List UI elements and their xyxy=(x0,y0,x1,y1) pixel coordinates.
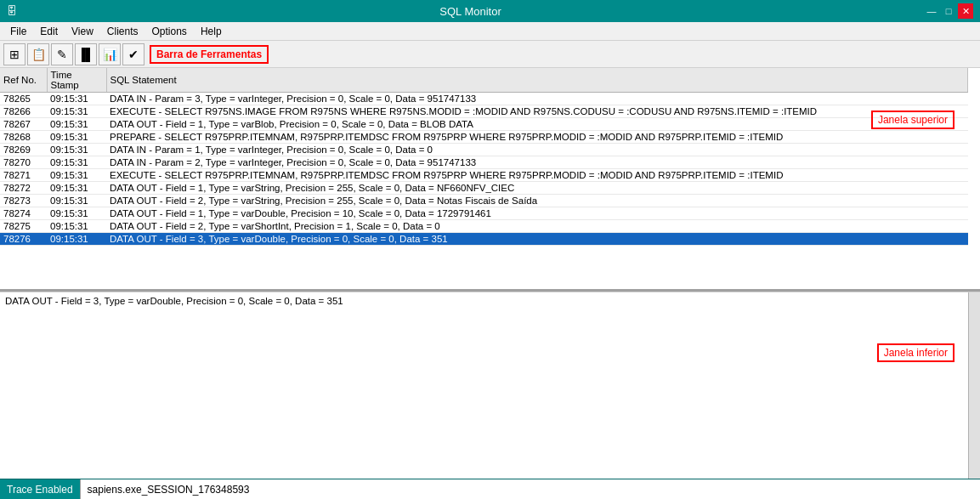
table-row[interactable]: 7827209:15:31DATA OUT - Field = 1, Type … xyxy=(0,182,968,195)
app-icon-area: 🗄 xyxy=(7,5,17,17)
menu-options[interactable]: Options xyxy=(145,24,194,39)
cell-refno: 78267 xyxy=(0,118,47,131)
statusbar: Trace Enabled sapiens.exe_SESSION_176348… xyxy=(0,479,980,499)
titlebar: 🗄 SQL Monitor — □ ✕ xyxy=(0,0,980,22)
cell-refno: 78269 xyxy=(0,144,47,156)
lower-pane-label: Janela inferior xyxy=(877,343,955,362)
cell-timestamp: 09:15:31 xyxy=(47,233,106,246)
cell-timestamp: 09:15:31 xyxy=(47,169,106,182)
cell-timestamp: 09:15:31 xyxy=(47,131,106,144)
menu-file[interactable]: File xyxy=(3,24,33,39)
cell-sql: DATA IN - Param = 3, Type = varInteger, … xyxy=(106,93,968,105)
col-refno: Ref No. xyxy=(0,68,47,93)
cell-refno: 78266 xyxy=(0,105,47,118)
maximize-button[interactable]: □ xyxy=(941,3,956,19)
main-area: Ref No. Time Stamp SQL Statement 7826509… xyxy=(0,68,980,479)
cell-refno: 78276 xyxy=(0,233,47,246)
lower-pane: DATA OUT - Field = 3, Type = varDouble, … xyxy=(0,292,980,479)
table-row[interactable]: 7827009:15:31DATA IN - Param = 2, Type =… xyxy=(0,156,968,169)
app-icon: 🗄 xyxy=(7,5,17,17)
menu-help[interactable]: Help xyxy=(194,24,229,39)
toolbar-btn-1[interactable]: ⊞ xyxy=(3,43,25,65)
menubar: File Edit View Clients Options Help xyxy=(0,22,980,41)
cell-refno: 78275 xyxy=(0,220,47,233)
cell-timestamp: 09:15:31 xyxy=(47,182,106,195)
toolbar-btn-3[interactable]: ✎ xyxy=(51,43,73,65)
toolbar: ⊞ 📋 ✎ ▐▌ 📊 ✔ Barra de Ferramentas xyxy=(0,41,980,68)
cell-sql: EXECUTE - SELECT R975NS.IMAGE FROM R975N… xyxy=(106,105,968,118)
cell-timestamp: 09:15:31 xyxy=(47,105,106,118)
menu-clients[interactable]: Clients xyxy=(100,24,145,39)
table-row[interactable]: 7827309:15:31DATA OUT - Field = 2, Type … xyxy=(0,195,968,207)
status-session: sapiens.exe_SESSION_176348593 xyxy=(80,479,980,499)
window-controls: — □ ✕ xyxy=(924,3,973,19)
cell-sql: DATA IN - Param = 1, Type = varInteger, … xyxy=(106,144,968,156)
upper-pane[interactable]: Ref No. Time Stamp SQL Statement 7826509… xyxy=(0,68,980,292)
cell-timestamp: 09:15:31 xyxy=(47,195,106,207)
table-row[interactable]: 7826909:15:31DATA IN - Param = 1, Type =… xyxy=(0,144,968,156)
cell-refno: 78271 xyxy=(0,169,47,182)
table-row[interactable]: 7827509:15:31DATA OUT - Field = 2, Type … xyxy=(0,220,968,233)
table-row[interactable]: 7826809:15:31PREPARE - SELECT R975PRP.IT… xyxy=(0,131,968,144)
toolbar-btn-2[interactable]: 📋 xyxy=(27,43,49,65)
window-title: SQL Monitor xyxy=(17,5,924,18)
cell-refno: 78265 xyxy=(0,93,47,105)
toolbar-btn-6[interactable]: ✔ xyxy=(122,43,144,65)
trace-table: Ref No. Time Stamp SQL Statement 7826509… xyxy=(0,68,968,246)
upper-pane-label: Janela superior xyxy=(871,111,955,129)
cell-sql: DATA OUT - Field = 1, Type = varBlob, Pr… xyxy=(106,118,968,131)
cell-sql: EXECUTE - SELECT R975PRP.ITEMNAM, R975PR… xyxy=(106,169,968,182)
cell-sql: DATA OUT - Field = 3, Type = varDouble, … xyxy=(106,233,968,246)
toolbar-btn-4[interactable]: ▐▌ xyxy=(75,43,97,65)
menu-view[interactable]: View xyxy=(65,24,100,39)
cell-sql: DATA OUT - Field = 1, Type = varString, … xyxy=(106,182,968,195)
cell-sql: DATA OUT - Field = 2, Type = varString, … xyxy=(106,195,968,207)
toolbar-btn-5[interactable]: 📊 xyxy=(99,43,121,65)
cell-refno: 78274 xyxy=(0,207,47,220)
table-row[interactable]: 7827409:15:31DATA OUT - Field = 1, Type … xyxy=(0,207,968,220)
table-row[interactable]: 7826709:15:31DATA OUT - Field = 1, Type … xyxy=(0,118,968,131)
cell-refno: 78270 xyxy=(0,156,47,169)
cell-timestamp: 09:15:31 xyxy=(47,220,106,233)
cell-sql: PREPARE - SELECT R975PRP.ITEMNAM, R975PR… xyxy=(106,131,968,144)
cell-refno: 78272 xyxy=(0,182,47,195)
cell-sql: DATA OUT - Field = 2, Type = varShortInt… xyxy=(106,220,968,233)
col-sql: SQL Statement xyxy=(106,68,968,93)
col-timestamp: Time Stamp xyxy=(47,68,106,93)
cell-refno: 78268 xyxy=(0,131,47,144)
cell-sql: DATA IN - Param = 2, Type = varInteger, … xyxy=(106,156,968,169)
toolbar-label: Barra de Ferramentas xyxy=(150,45,269,64)
cell-timestamp: 09:15:31 xyxy=(47,156,106,169)
cell-timestamp: 09:15:31 xyxy=(47,207,106,220)
cell-timestamp: 09:15:31 xyxy=(47,118,106,131)
table-row[interactable]: 7827109:15:31EXECUTE - SELECT R975PRP.IT… xyxy=(0,169,968,182)
lower-scrollbar[interactable] xyxy=(968,292,980,479)
menu-edit[interactable]: Edit xyxy=(33,24,65,39)
cell-refno: 78273 xyxy=(0,195,47,207)
lower-pane-content: DATA OUT - Field = 3, Type = varDouble, … xyxy=(0,292,980,309)
close-button[interactable]: ✕ xyxy=(958,3,973,19)
cell-timestamp: 09:15:31 xyxy=(47,144,106,156)
status-trace: Trace Enabled xyxy=(0,484,80,496)
table-row[interactable]: 7826509:15:31DATA IN - Param = 3, Type =… xyxy=(0,93,968,105)
cell-sql: DATA OUT - Field = 1, Type = varDouble, … xyxy=(106,207,968,220)
table-row[interactable]: 7826609:15:31EXECUTE - SELECT R975NS.IMA… xyxy=(0,105,968,118)
table-row[interactable]: 7827609:15:31DATA OUT - Field = 3, Type … xyxy=(0,233,968,246)
minimize-button[interactable]: — xyxy=(924,3,939,19)
cell-timestamp: 09:15:31 xyxy=(47,93,106,105)
